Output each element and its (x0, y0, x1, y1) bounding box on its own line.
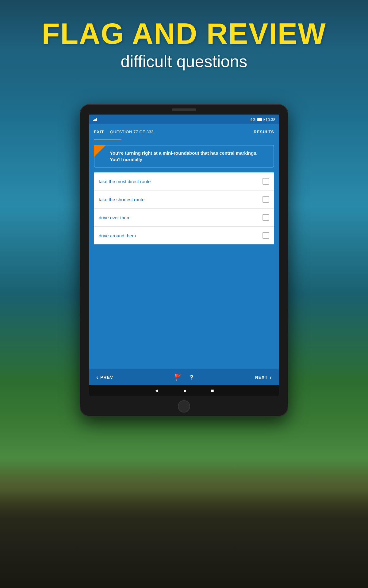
clock: 10:38 (265, 117, 275, 122)
answer-item[interactable]: take the shortest route (94, 190, 274, 209)
exit-button[interactable]: EXIT (94, 130, 104, 134)
answer-checkbox-2[interactable] (263, 196, 269, 203)
answer-item[interactable]: drive around them (94, 227, 274, 244)
question-card: You're turning right at a mini-roundabou… (94, 145, 274, 168)
quiz-nav-bar: EXIT QUESTION 77 OF 333 RESULTS (89, 124, 279, 139)
android-home-button[interactable]: ● (183, 388, 186, 394)
answer-text-3: drive over them (99, 215, 130, 220)
app-bottom-bar: ‹ PREV 🚩 ? NEXT › (89, 369, 279, 385)
answer-checkbox-3[interactable] (263, 214, 269, 221)
next-button[interactable]: NEXT › (255, 374, 272, 381)
next-arrow-icon: › (270, 374, 272, 381)
answer-item[interactable]: drive over them (94, 209, 274, 227)
answer-text-4: drive around them (99, 233, 136, 238)
battery-fill (258, 118, 262, 121)
tablet-bottom (178, 396, 190, 417)
answer-item[interactable]: take the most direct route (94, 172, 274, 190)
android-recent-button[interactable]: ■ (211, 388, 214, 394)
next-label: NEXT (255, 375, 268, 380)
prev-button[interactable]: ‹ PREV (96, 374, 113, 381)
answer-checkbox-1[interactable] (263, 178, 269, 185)
network-indicator: 4G (250, 117, 255, 122)
nav-underline (94, 139, 121, 140)
screen-content-area (89, 244, 279, 369)
tablet-screen: 4G 10:38 EXIT QUESTION 77 OF 333 RESULTS… (89, 115, 279, 396)
tablet-device: 4G 10:38 EXIT QUESTION 77 OF 333 RESULTS… (80, 104, 288, 417)
flag-corner (94, 145, 106, 157)
status-bar: 4G 10:38 (89, 115, 279, 124)
battery-icon (257, 118, 263, 121)
android-back-button[interactable]: ◄ (154, 388, 159, 394)
android-nav-bar: ◄ ● ■ (89, 385, 279, 396)
prev-label: PREV (100, 375, 113, 380)
answer-checkbox-4[interactable] (263, 232, 269, 239)
tablet-home-button[interactable] (178, 400, 190, 413)
header-section: FLAG AND REVIEW difficult questions (0, 18, 368, 71)
sim-icon (93, 118, 97, 121)
status-left (93, 118, 97, 121)
main-title: FLAG AND REVIEW (0, 18, 368, 49)
tablet-speaker (172, 108, 196, 111)
question-text-box: You're turning right at a mini-roundabou… (94, 145, 274, 168)
nav-left-group: EXIT QUESTION 77 OF 333 (94, 130, 154, 134)
sub-title: difficult questions (0, 52, 368, 71)
answer-text-1: take the most direct route (99, 179, 151, 184)
question-text: You're turning right at a mini-roundabou… (110, 150, 269, 163)
results-button[interactable]: RESULTS (254, 130, 274, 134)
answers-container: take the most direct route take the shor… (94, 172, 274, 244)
question-counter: QUESTION 77 OF 333 (110, 130, 154, 134)
flag-button[interactable]: 🚩 (175, 374, 182, 381)
prev-arrow-icon: ‹ (96, 374, 98, 381)
bottom-center-icons: 🚩 ? (175, 374, 194, 381)
status-right: 4G 10:38 (250, 117, 275, 122)
help-button[interactable]: ? (190, 374, 194, 381)
road-overlay (0, 490, 368, 588)
answer-text-2: take the shortest route (99, 197, 144, 202)
